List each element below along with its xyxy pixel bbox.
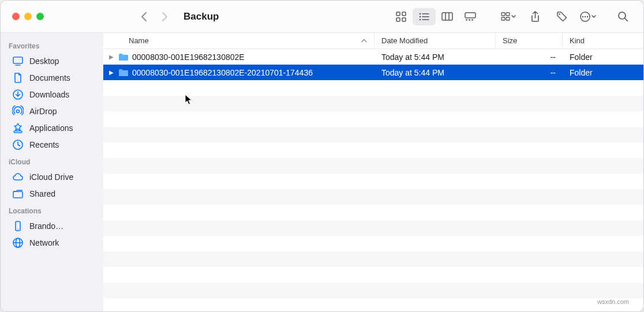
window-title: Backup xyxy=(184,11,219,22)
sidebar-item-downloads[interactable]: Downloads xyxy=(4,87,98,103)
minimize-button[interactable] xyxy=(24,13,32,20)
disclosure-triangle-icon[interactable]: ▶ xyxy=(109,54,115,60)
empty-row xyxy=(103,283,643,298)
action-button[interactable] xyxy=(576,8,600,25)
file-row[interactable]: ▶00008030-001E19682130802EToday at 5:44 … xyxy=(103,49,643,65)
group-icon xyxy=(501,12,516,21)
empty-row xyxy=(103,96,643,111)
file-size: -- xyxy=(496,52,563,62)
close-button[interactable] xyxy=(12,13,20,20)
sidebar-item-iclouddrive[interactable]: iCloud Drive xyxy=(4,169,98,185)
gallery-view-button[interactable] xyxy=(459,8,482,25)
empty-row xyxy=(103,251,643,267)
column-view-button[interactable] xyxy=(436,8,459,25)
empty-row xyxy=(103,158,643,174)
share-button[interactable] xyxy=(523,8,546,25)
svg-rect-10 xyxy=(442,13,452,20)
shared-icon xyxy=(12,188,24,200)
sidebar-item-documents[interactable]: Documents xyxy=(4,70,98,86)
list-icon xyxy=(419,13,429,21)
sidebar-item-desktop[interactable]: Desktop xyxy=(4,53,98,69)
svg-rect-13 xyxy=(465,13,475,18)
file-date: Today at 5:44 PM xyxy=(375,52,496,62)
cloud-icon xyxy=(12,171,24,183)
column-size-label: Size xyxy=(503,36,517,45)
svg-rect-3 xyxy=(402,18,406,21)
empty-row xyxy=(103,189,643,205)
file-list: Name Date Modified Size Kind ▶00008030-0… xyxy=(103,33,643,311)
sidebar-item-label: Recents xyxy=(29,140,59,149)
columns-icon xyxy=(441,12,453,21)
tags-button[interactable] xyxy=(550,8,573,25)
sidebar-item-label: Network xyxy=(29,238,59,247)
network-icon xyxy=(12,237,24,249)
forward-button[interactable] xyxy=(157,9,172,24)
svg-rect-32 xyxy=(14,131,22,133)
more-icon xyxy=(580,11,596,22)
column-name[interactable]: Name xyxy=(103,33,375,48)
svg-rect-1 xyxy=(402,12,406,16)
finder-window: Backup xyxy=(0,0,644,312)
svg-rect-17 xyxy=(501,13,505,16)
sort-asc-icon xyxy=(361,39,367,43)
group-button[interactable] xyxy=(497,8,520,25)
sidebar: FavoritesDesktopDocumentsDownloadsAirDro… xyxy=(1,33,103,311)
file-kind: Folder xyxy=(563,68,643,77)
sidebar-item-recents[interactable]: Recents xyxy=(4,137,98,153)
maximize-button[interactable] xyxy=(36,13,44,20)
sidebar-item-airdrop[interactable]: AirDrop xyxy=(4,103,98,119)
svg-point-6 xyxy=(420,16,421,17)
airdrop-icon xyxy=(12,106,24,117)
sidebar-item-applications[interactable]: Applications xyxy=(4,120,98,136)
device-icon xyxy=(12,220,24,232)
toolbar: Backup xyxy=(1,1,643,33)
apps-icon xyxy=(12,122,24,134)
tag-icon xyxy=(556,11,567,22)
column-date[interactable]: Date Modified xyxy=(375,33,496,48)
svg-point-23 xyxy=(582,16,583,17)
column-size[interactable]: Size xyxy=(496,33,563,48)
back-button[interactable] xyxy=(136,9,151,24)
search-button[interactable] xyxy=(611,8,634,25)
column-kind-label: Kind xyxy=(570,36,585,45)
sidebar-item-brando[interactable]: Brando… xyxy=(4,218,98,234)
empty-row xyxy=(103,174,643,189)
disclosure-triangle-icon[interactable]: ▶ xyxy=(109,69,115,76)
empty-row xyxy=(103,127,643,142)
svg-point-8 xyxy=(420,18,421,20)
svg-point-21 xyxy=(559,13,560,14)
svg-rect-2 xyxy=(396,18,400,21)
file-name: 00008030-001E19682130802E-20210701-17443… xyxy=(132,68,313,77)
svg-point-26 xyxy=(619,12,626,19)
icon-view-button[interactable] xyxy=(390,8,413,25)
svg-rect-18 xyxy=(506,13,510,16)
sidebar-item-shared[interactable]: Shared xyxy=(4,186,98,202)
file-row[interactable]: ▶00008030-001E19682130802E-20210701-1744… xyxy=(103,65,643,80)
nav-buttons xyxy=(136,9,172,24)
sidebar-item-label: Desktop xyxy=(29,57,59,66)
view-switcher xyxy=(390,8,482,25)
empty-row xyxy=(103,267,643,283)
sidebar-item-network[interactable]: Network xyxy=(4,235,98,251)
svg-rect-20 xyxy=(506,17,510,20)
sidebar-item-label: AirDrop xyxy=(29,107,57,116)
sidebar-section-header: iCloud xyxy=(1,153,101,168)
svg-rect-19 xyxy=(501,17,505,20)
grid-icon xyxy=(396,12,406,22)
svg-rect-28 xyxy=(13,57,23,63)
empty-row xyxy=(103,220,643,236)
sidebar-section-header: Locations xyxy=(1,202,101,217)
column-headers: Name Date Modified Size Kind xyxy=(103,33,643,49)
column-kind[interactable]: Kind xyxy=(563,33,643,48)
share-icon xyxy=(530,11,540,22)
svg-rect-16 xyxy=(471,20,473,21)
svg-rect-34 xyxy=(13,191,23,198)
empty-row xyxy=(103,80,643,96)
recents-icon xyxy=(12,139,24,151)
folder-icon xyxy=(118,69,129,77)
window-controls xyxy=(12,13,44,20)
list-view-button[interactable] xyxy=(413,8,436,25)
gallery-icon xyxy=(465,12,476,21)
empty-row xyxy=(103,205,643,220)
sidebar-section-header: Favorites xyxy=(1,37,101,52)
